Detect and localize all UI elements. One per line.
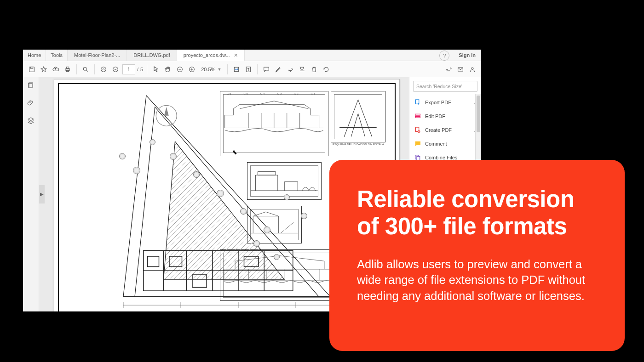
- zoom-in-icon[interactable]: [187, 64, 197, 74]
- tab-tools[interactable]: Tools: [46, 50, 68, 61]
- layers-icon[interactable]: [27, 117, 34, 126]
- search-placeholder: Search 'Reduce Size': [416, 84, 462, 89]
- svg-rect-25: [415, 117, 420, 118]
- svg-rect-1: [30, 67, 33, 68]
- page-indicator: / 5: [122, 64, 143, 74]
- svg-point-5: [83, 67, 86, 70]
- help-icon[interactable]: ?: [439, 51, 449, 61]
- tool-create-pdf[interactable]: Create PDF ⌄: [409, 123, 481, 137]
- close-icon[interactable]: ✕: [234, 52, 238, 58]
- tool-edit-pdf[interactable]: Edit PDF: [409, 109, 481, 123]
- doc-tab-label: Motel-Floor-Plan2-...: [74, 52, 120, 58]
- svg-rect-3: [66, 67, 69, 68]
- tab-home[interactable]: Home: [23, 50, 46, 61]
- svg-point-14: [472, 68, 473, 69]
- doc-tab-1[interactable]: DRILL.DWG.pdf: [127, 50, 177, 61]
- svg-rect-0: [29, 67, 34, 72]
- signature-icon[interactable]: [443, 64, 454, 74]
- svg-rect-24: [415, 114, 420, 115]
- doc-tab-label: proyecto_arcos.dw...: [184, 52, 230, 58]
- star-icon[interactable]: [39, 64, 49, 74]
- sign-in-button[interactable]: Sign In: [453, 50, 481, 61]
- comment-tool-icon: [414, 140, 421, 147]
- find-icon[interactable]: [80, 64, 91, 74]
- fit-width-icon[interactable]: [231, 64, 242, 74]
- sign-icon[interactable]: [285, 64, 295, 74]
- mail-icon[interactable]: [455, 64, 466, 74]
- search-input[interactable]: Search 'Reduce Size': [413, 81, 477, 92]
- cursor-pointer-icon: ⬉: [232, 148, 237, 156]
- account-icon[interactable]: [467, 64, 477, 74]
- svg-point-6: [101, 67, 106, 72]
- doc-tab-label: DRILL.DWG.pdf: [133, 52, 170, 58]
- svg-point-12: [450, 68, 451, 69]
- blueprint-site-plan: [59, 84, 220, 263]
- page-total: 5: [140, 67, 143, 72]
- page-down-icon[interactable]: [110, 64, 121, 74]
- page-up-icon[interactable]: [98, 64, 109, 74]
- hand-icon[interactable]: [163, 64, 173, 74]
- svg-rect-23: [415, 100, 419, 104]
- toolbar: / 5 20.5% ▼: [23, 61, 481, 78]
- save-icon[interactable]: [27, 64, 37, 74]
- tool-label: Export PDF: [425, 100, 451, 105]
- rotate-icon[interactable]: [321, 64, 331, 74]
- delete-icon[interactable]: [309, 64, 319, 74]
- svg-point-7: [113, 67, 118, 72]
- tool-label: Edit PDF: [425, 113, 445, 119]
- create-pdf-icon: [414, 126, 421, 134]
- tool-comment[interactable]: Comment: [409, 137, 481, 151]
- chevron-down-icon: ▼: [217, 67, 221, 72]
- tab-bar: Home Tools Motel-Floor-Plan2-... DRILL.D…: [23, 50, 481, 61]
- page-sep: /: [137, 67, 138, 72]
- pointer-icon[interactable]: [151, 64, 161, 74]
- highlight-icon[interactable]: [273, 64, 283, 74]
- overlay-card: Reliable conversion of 300+ file formats…: [329, 160, 625, 351]
- export-pdf-icon: [414, 99, 421, 106]
- thumbnails-icon[interactable]: [27, 82, 34, 91]
- left-rail: [23, 77, 39, 311]
- attachments-icon[interactable]: [27, 99, 34, 108]
- tool-label: Comment: [425, 141, 447, 147]
- zoom-out-icon[interactable]: [175, 64, 185, 74]
- tool-label: Create PDF: [425, 127, 452, 133]
- expand-rail-button[interactable]: ▶: [39, 185, 45, 204]
- comment-icon[interactable]: [261, 64, 271, 74]
- page-current-input[interactable]: [122, 64, 135, 74]
- zoom-select[interactable]: 20.5% ▼: [199, 65, 224, 74]
- stamp-icon[interactable]: [297, 64, 307, 74]
- overlay-title: Reliable conversion of 300+ file formats: [357, 186, 597, 240]
- doc-tab-0[interactable]: Motel-Floor-Plan2-...: [68, 50, 127, 61]
- doc-tab-2[interactable]: proyecto_arcos.dw... ✕: [177, 50, 245, 61]
- edit-pdf-icon: [414, 113, 421, 120]
- zoom-value: 20.5%: [201, 67, 215, 72]
- read-mode-icon[interactable]: [243, 64, 253, 74]
- print-icon[interactable]: [63, 64, 73, 74]
- svg-rect-18: [148, 256, 159, 267]
- overlay-body: Adlib allows users to preview and conver…: [357, 256, 597, 303]
- tool-export-pdf[interactable]: Export PDF ⌄: [409, 96, 481, 109]
- cloud-upload-icon[interactable]: [51, 64, 61, 74]
